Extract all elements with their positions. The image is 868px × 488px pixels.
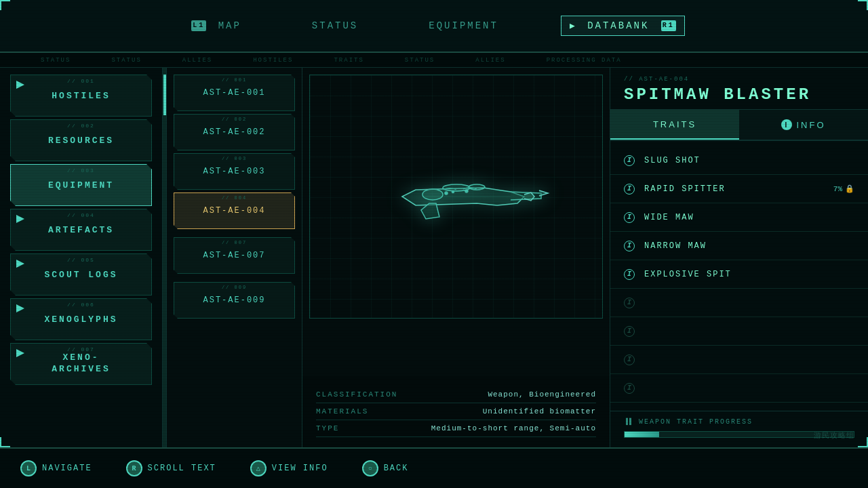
trait-empty-4: I bbox=[610, 374, 868, 403]
top-navigation: L1 MAP STATUS EQUIPMENT ▶ DATABANK R1 bbox=[0, 0, 868, 53]
trait-empty-icon-2: I bbox=[624, 326, 635, 337]
subtitle-bar: STATUS STATUS ALLIES HOSTILES TRAITS STA… bbox=[0, 53, 868, 68]
center-list: // 001 AST-AE-001 // 002 AST-AE-002 // 0… bbox=[167, 68, 302, 447]
progress-label: ▐▌ WEAPON TRAIT PROGRESS bbox=[624, 418, 854, 426]
subtitle-1: STATUS bbox=[41, 57, 71, 64]
main-content: // 001 HOSTILES // 002 RESOURCES // 003 … bbox=[0, 68, 868, 447]
preview-grid bbox=[309, 75, 603, 319]
subtitle-5: TRAITS bbox=[334, 57, 363, 64]
view-info-button[interactable]: △ VIEW INFO bbox=[250, 460, 328, 476]
bottom-bar: L NAVIGATE R SCROLL TEXT △ VIEW INFO ○ B… bbox=[0, 447, 868, 488]
list-item-ast-ae-001[interactable]: // 001 AST-AE-001 bbox=[174, 75, 295, 111]
right-detail-panel: // AST-AE-004 SPITMAW BLASTER TRAITS i I… bbox=[610, 68, 868, 447]
tab-info[interactable]: i INFO bbox=[739, 110, 868, 140]
tab-equipment[interactable]: EQUIPMENT bbox=[420, 16, 507, 35]
progress-section: ▐▌ WEAPON TRAIT PROGRESS bbox=[610, 411, 868, 447]
scroll-text-icon: R bbox=[126, 460, 142, 476]
corner-decoration-bl bbox=[0, 437, 10, 447]
sidebar-item-hostiles[interactable]: // 001 HOSTILES bbox=[10, 75, 152, 117]
list-item-ast-ae-004[interactable]: // 004 AST-AE-004 bbox=[174, 192, 295, 229]
trait-info-icon-3: I bbox=[624, 212, 635, 223]
watermark: 游民攻略组 bbox=[814, 430, 854, 441]
trait-lock-badge: 7% 🔒 bbox=[833, 184, 854, 193]
databank-marker-icon: ▶ bbox=[570, 21, 577, 31]
tab-status[interactable]: STATUS bbox=[304, 16, 366, 35]
trait-explosive-spit[interactable]: I EXPLOSIVE SPIT bbox=[610, 260, 868, 289]
bar-chart-icon: ▐▌ bbox=[624, 418, 635, 426]
list-item-ast-ae-002[interactable]: // 002 AST-AE-002 bbox=[174, 114, 295, 150]
list-item-ast-ae-007[interactable]: // 007 AST-AE-007 bbox=[174, 237, 295, 274]
trait-empty-2: I bbox=[610, 317, 868, 346]
trait-empty-icon-4: I bbox=[624, 383, 635, 394]
detail-tabs: TRAITS i INFO bbox=[610, 110, 868, 141]
list-item-ast-ae-003[interactable]: // 003 AST-AE-003 bbox=[174, 153, 295, 190]
sidebar-item-artefacts[interactable]: // 004 ARTEFACTS bbox=[10, 209, 152, 251]
trait-empty-1: I bbox=[610, 289, 868, 317]
list-item-ast-ae-009[interactable]: // 009 AST-AE-009 bbox=[174, 282, 295, 319]
trait-info-icon-4: I bbox=[624, 241, 635, 251]
trait-empty-icon-1: I bbox=[624, 298, 635, 308]
trait-info-icon-2: I bbox=[624, 184, 635, 195]
view-info-icon: △ bbox=[250, 460, 267, 476]
trait-narrow-maw[interactable]: I NARROW MAW bbox=[610, 232, 868, 260]
corner-decoration-br bbox=[858, 437, 868, 447]
subtitle-2: STATUS bbox=[111, 57, 141, 64]
traits-list: I SLUG SHOT I RAPID SPITTER 7% 🔒 I WIDE … bbox=[610, 141, 868, 411]
item-id: // AST-AE-004 bbox=[624, 76, 854, 83]
lock-icon: 🔒 bbox=[845, 184, 854, 193]
tab-databank[interactable]: ▶ DATABANK R1 bbox=[561, 16, 685, 36]
classification-row: CLASSIFICATION Weapon, Bioengineered bbox=[316, 386, 596, 403]
subtitle-7: ALLIES bbox=[475, 57, 505, 64]
sidebar-item-resources[interactable]: // 002 RESOURCES bbox=[10, 119, 152, 161]
sidebar-item-xenoglyphs[interactable]: // 006 XENOGLYPHS bbox=[10, 298, 152, 340]
detail-header: // AST-AE-004 SPITMAW BLASTER bbox=[610, 68, 868, 110]
scroll-bar[interactable] bbox=[163, 68, 167, 447]
sidebar-item-scout-logs[interactable]: // 005 SCOUT LOGS bbox=[10, 253, 152, 296]
sidebar-item-xeno-archives[interactable]: // 007 XENO-ARCHIVES bbox=[10, 343, 152, 385]
trait-info-icon: I bbox=[624, 155, 635, 166]
left-sidebar: // 001 HOSTILES // 002 RESOURCES // 003 … bbox=[0, 68, 163, 447]
navigate-icon: L bbox=[20, 460, 37, 476]
trait-info-icon-5: I bbox=[624, 269, 635, 280]
tab-traits[interactable]: TRAITS bbox=[610, 110, 739, 140]
trait-empty-3: I bbox=[610, 346, 868, 374]
corner-decoration-tr bbox=[858, 0, 868, 10]
navigate-button[interactable]: L NAVIGATE bbox=[20, 460, 92, 476]
back-icon: ○ bbox=[362, 460, 378, 476]
type-row: TYPE Medium-to-short range, Semi-auto bbox=[316, 420, 596, 437]
preview-info-panel: CLASSIFICATION Weapon, Bioengineered MAT… bbox=[302, 376, 610, 447]
trait-rapid-spitter[interactable]: I RAPID SPITTER 7% 🔒 bbox=[610, 175, 868, 203]
r1-icon: R1 bbox=[661, 20, 676, 31]
tab-map[interactable]: L1 MAP bbox=[183, 16, 250, 35]
sidebar-item-equipment[interactable]: // 003 EQUIPMENT bbox=[10, 164, 152, 206]
corner-decoration-tl bbox=[0, 0, 10, 10]
l1-icon: L1 bbox=[191, 20, 206, 31]
scroll-thumb[interactable] bbox=[163, 75, 166, 115]
subtitle-8: PROCESSING DATA bbox=[547, 57, 622, 64]
progress-bar-fill bbox=[625, 432, 659, 437]
materials-row: MATERIALS Unidentified biomatter bbox=[316, 403, 596, 420]
subtitle-3: ALLIES bbox=[182, 57, 212, 64]
scroll-text-button[interactable]: R SCROLL TEXT bbox=[126, 460, 216, 476]
trait-empty-icon-3: I bbox=[624, 354, 635, 365]
item-title: SPITMAW BLASTER bbox=[624, 85, 854, 104]
info-circle-icon: i bbox=[781, 119, 792, 130]
weapon-preview bbox=[361, 156, 551, 237]
trait-slug-shot[interactable]: I SLUG SHOT bbox=[610, 146, 868, 175]
center-preview: CLASSIFICATION Weapon, Bioengineered MAT… bbox=[302, 68, 610, 447]
subtitle-6: STATUS bbox=[405, 57, 435, 64]
trait-wide-maw[interactable]: I WIDE MAW bbox=[610, 203, 868, 232]
subtitle-4: HOSTILES bbox=[253, 57, 293, 64]
back-button[interactable]: ○ BACK bbox=[362, 460, 409, 476]
